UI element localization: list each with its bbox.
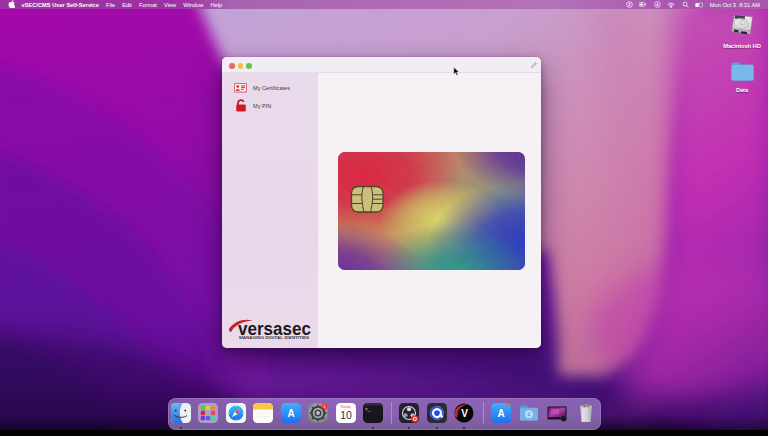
svg-text:10: 10	[340, 409, 352, 421]
svg-text:V: V	[461, 408, 468, 419]
svg-text:A: A	[497, 408, 504, 419]
svg-text:MANAGING DIGITAL IDENTITIES: MANAGING DIGITAL IDENTITIES	[239, 336, 310, 340]
svg-text:>_: >_	[365, 407, 371, 412]
svg-text:A: A	[287, 408, 294, 419]
svg-text:A: A	[656, 3, 659, 7]
